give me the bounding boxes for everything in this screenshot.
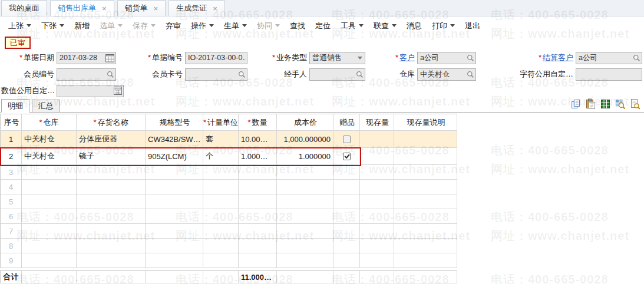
search-icon[interactable]	[633, 54, 640, 62]
field-label: 会员编号	[24, 70, 54, 78]
cell-qty[interactable]: 10.00…	[239, 131, 277, 148]
cell-spec[interactable]: 905Z(LCM)	[146, 148, 203, 165]
col-onhand-note: 现存量说明	[394, 114, 457, 131]
paste-icon[interactable]	[585, 98, 596, 110]
cell-cost[interactable]: 1.000000	[277, 148, 333, 165]
close-icon[interactable]: ×	[213, 5, 217, 12]
col-seq: 序号	[0, 114, 22, 131]
tab-my-desktop[interactable]: 我的桌面	[1, 0, 47, 16]
cell-spec[interactable]: CW342B/SW…	[146, 131, 203, 148]
settlement-customer-link[interactable]: 结算客户	[543, 53, 573, 62]
cell-onhand[interactable]	[360, 131, 394, 148]
status-badge: 已审	[5, 37, 31, 49]
settlement-customer-input[interactable]: a公司	[576, 52, 642, 64]
next-doc-button[interactable]: 下张	[41, 21, 64, 31]
tab-detail[interactable]: 明细	[1, 99, 29, 113]
calculator-icon[interactable]	[114, 87, 122, 95]
field-label: 字符公用自定…	[520, 70, 573, 78]
field-label: 数值公用自定…	[1, 86, 54, 95]
copy-icon[interactable]	[570, 98, 582, 110]
detail-tab-strip: 明细 汇总	[1, 99, 62, 113]
search-icon[interactable]	[467, 71, 474, 78]
customer-link[interactable]: 客户	[399, 53, 415, 62]
cell-cost[interactable]: 1,000.000000	[277, 131, 333, 148]
field-label: 单据日期	[24, 53, 54, 62]
watermark-text: 电话：400-665-0028	[491, 209, 609, 225]
chevron-down-icon	[209, 24, 214, 27]
chevron-down-icon	[151, 24, 156, 27]
tab-sales-order[interactable]: 销货单 ×	[117, 0, 166, 16]
cell-onhand-note[interactable]	[394, 131, 457, 148]
settlement-customer-field: *结算客户 a公司	[489, 51, 642, 64]
select-order-button: 选单	[100, 21, 123, 31]
gift-checkbox[interactable]	[343, 153, 351, 160]
watermark-text: 网址：www.chanjet.net	[491, 161, 629, 177]
locate-button[interactable]: 定位	[315, 21, 331, 31]
chevron-down-icon	[275, 24, 280, 27]
new-button[interactable]: 新增	[74, 21, 90, 31]
chevron-down-icon	[359, 24, 364, 27]
search-icon[interactable]	[467, 54, 474, 62]
linked-query-button[interactable]: 联查	[374, 21, 397, 31]
tools-button[interactable]: 工具	[341, 21, 364, 31]
chevron-down-icon	[118, 24, 123, 27]
custom-text-input[interactable]	[576, 68, 642, 81]
prev-doc-button[interactable]: 上张	[8, 21, 31, 31]
custom-numeric-input[interactable]	[57, 85, 124, 97]
cell-unit[interactable]: 套	[203, 131, 239, 148]
grid-header-row: 序号 *仓库 *存货名称 规格型号 *计量单位 *数量 成本价 赠品 现存量 现…	[0, 114, 458, 131]
message-button[interactable]: 消息	[407, 21, 422, 31]
table-row-empty: 8	[0, 239, 458, 253]
table-row-selected: 2 中关村仓 镜子 905Z(LCM) 个 1.000… 1.000000	[0, 148, 458, 165]
tab-sales-outbound-order[interactable]: 销售出库单 ×	[50, 0, 114, 16]
tab-generate-voucher[interactable]: 生成凭证 ×	[169, 0, 225, 16]
customer-field: *客户 a公司	[330, 51, 476, 64]
cell-seq: 1	[0, 131, 22, 148]
required-mark: *	[395, 53, 398, 62]
exit-button[interactable]: 退出	[465, 21, 480, 31]
collaborate-button: 协同	[257, 21, 280, 31]
table-row-empty: 9	[0, 253, 458, 268]
cell-unit[interactable]: 个	[203, 148, 239, 165]
grid-total-row: 合计 11.000…	[0, 270, 458, 283]
unapprove-button[interactable]: 弃审	[166, 21, 181, 31]
warehouse-input[interactable]: 中关村仓	[417, 68, 476, 81]
export-excel-icon[interactable]	[600, 98, 611, 110]
tab-label: 我的桌面	[9, 3, 39, 14]
cell-item-name[interactable]: 镜子	[77, 148, 146, 165]
required-mark: *	[539, 53, 541, 62]
field-label: 业务类型	[276, 53, 307, 62]
print-button[interactable]: 打印	[432, 21, 455, 31]
customer-input[interactable]: a公司	[417, 52, 476, 64]
cell-seq: 2	[0, 148, 22, 165]
chevron-down-icon	[242, 24, 247, 27]
find-button[interactable]: 查找	[290, 21, 305, 31]
custom-numeric-field: 数值公用自定…	[0, 84, 124, 97]
close-icon[interactable]: ×	[102, 5, 107, 12]
cell-onhand[interactable]	[360, 148, 394, 165]
close-icon[interactable]: ×	[154, 5, 158, 12]
detail-separator-line	[0, 112, 644, 113]
operate-button[interactable]: 操作	[191, 21, 214, 31]
row-lookup-icon[interactable]	[615, 98, 626, 110]
doc-preview-icon[interactable]	[629, 98, 640, 110]
document-header-form: 已审 *单据日期 2017-03-28 *单据编号 IO-2017-03-00-…	[0, 35, 644, 99]
cell-onhand-note[interactable]	[394, 148, 457, 165]
total-label: 合计	[0, 270, 22, 283]
tab-label: 生成凭证	[176, 3, 207, 14]
cell-warehouse[interactable]: 中关村仓	[22, 131, 77, 148]
detail-grid: 序号 *仓库 *存货名称 规格型号 *计量单位 *数量 成本价 赠品 现存量 现…	[0, 114, 458, 283]
gift-checkbox[interactable]	[343, 136, 351, 143]
tab-summary[interactable]: 汇总	[32, 100, 60, 113]
generate-doc-button[interactable]: 生单	[224, 21, 247, 31]
col-cost: 成本价	[277, 114, 333, 131]
col-warehouse: *仓库	[22, 114, 77, 131]
required-mark: *	[272, 53, 275, 62]
cell-warehouse[interactable]: 中关村仓	[22, 148, 77, 165]
custom-text-field: 字符公用自定…	[489, 68, 642, 81]
cell-qty[interactable]: 1.000…	[239, 148, 277, 165]
field-label: 单据编号	[152, 53, 183, 62]
cell-item-name[interactable]: 分体座便器	[77, 131, 146, 148]
col-onhand: 现存量	[360, 114, 394, 131]
tab-label: 销货单	[125, 3, 148, 14]
